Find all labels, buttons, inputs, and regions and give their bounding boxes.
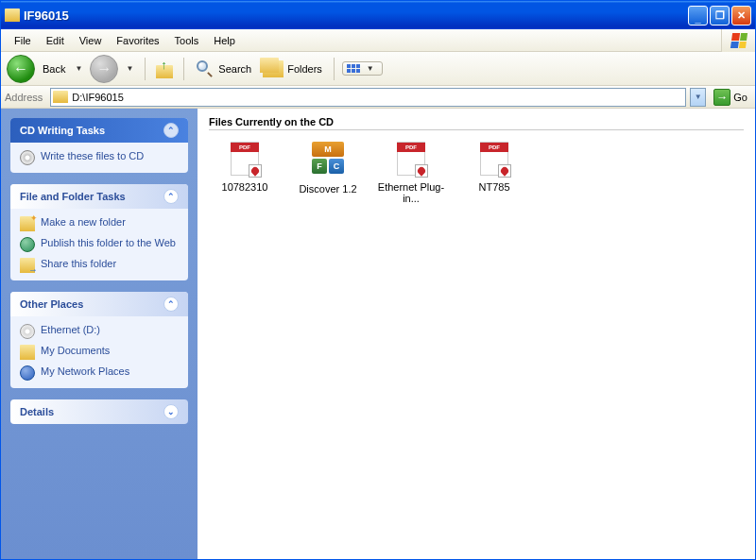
file-label: Ethernet Plug-in... [375, 181, 447, 204]
back-dropdown[interactable]: ▼ [71, 64, 86, 73]
menu-tools[interactable]: Tools [167, 33, 207, 48]
place-label: My Documents [41, 345, 110, 357]
collapse-icon[interactable]: ⌃ [163, 189, 179, 204]
menu-view[interactable]: View [72, 33, 110, 48]
menu-help[interactable]: Help [206, 33, 243, 48]
folder-icon [20, 345, 35, 360]
panel-body: Write these files to CD [10, 143, 188, 173]
sidebar: CD Writing Tasks ⌃ Write these files to … [1, 109, 198, 559]
task-share-folder[interactable]: Share this folder [20, 258, 179, 273]
separator [334, 58, 335, 80]
menubar: File Edit View Favorites Tools Help [1, 29, 755, 52]
windows-flag-icon [721, 29, 755, 52]
collapse-icon[interactable]: ⌃ [163, 297, 179, 312]
file-view[interactable]: Files Currently on the CD PDF 10782310 M… [198, 109, 755, 559]
network-icon [20, 365, 35, 381]
window-title: IF96015 [24, 8, 688, 23]
folder-icon [5, 8, 20, 22]
menu-file[interactable]: File [7, 33, 39, 48]
file-label: NT785 [458, 181, 530, 193]
task-label: Make a new folder [41, 216, 126, 229]
folders-button[interactable]: Folders [259, 59, 326, 79]
back-button[interactable]: ← [7, 55, 35, 83]
cd-icon [20, 150, 35, 165]
address-dropdown[interactable]: ▼ [690, 88, 706, 107]
panel-other-places: Other Places ⌃ Ethernet (D:) My Document… [10, 292, 188, 388]
pdf-icon: PDF [226, 140, 264, 178]
panel-header-details[interactable]: Details ⌄ [10, 399, 188, 424]
views-dropdown: ▼ [363, 64, 378, 73]
panel-title: File and Folder Tasks [20, 191, 126, 202]
panel-header-cd-tasks[interactable]: CD Writing Tasks ⌃ [10, 118, 188, 143]
explorer-window: IF96015 _ ❐ ✕ File Edit View Favorites T… [0, 0, 756, 560]
place-label: Ethernet (D:) [41, 324, 100, 336]
task-label: Share this folder [41, 258, 116, 270]
go-label: Go [733, 92, 747, 103]
panel-body: Make a new folder Publish this folder to… [10, 209, 188, 280]
address-label: Address [5, 92, 43, 103]
task-label: Publish this folder to the Web [41, 237, 176, 249]
forward-dropdown[interactable]: ▼ [122, 64, 137, 73]
go-button[interactable]: → Go [710, 89, 751, 106]
file-item[interactable]: PDF 10782310 [209, 140, 281, 204]
search-button[interactable]: Search [192, 58, 255, 80]
address-path: D:\IF96015 [72, 92, 123, 103]
file-label: 10782310 [209, 181, 281, 193]
file-item[interactable]: MFC Discover 1.2 [292, 140, 364, 204]
file-label: Discover 1.2 [292, 183, 364, 195]
views-icon [347, 64, 360, 73]
toolbar: ← Back ▼ → ▼ ↑ Search Folders ▼ [1, 52, 755, 86]
task-new-folder[interactable]: Make a new folder [20, 216, 179, 231]
search-label: Search [218, 63, 251, 75]
close-button[interactable]: ✕ [731, 6, 751, 25]
folders-label: Folders [287, 63, 322, 75]
panel-header-file-tasks[interactable]: File and Folder Tasks ⌃ [10, 184, 188, 209]
panel-cd-tasks: CD Writing Tasks ⌃ Write these files to … [10, 118, 188, 173]
place-ethernet-d[interactable]: Ethernet (D:) [20, 324, 179, 339]
expand-icon[interactable]: ⌄ [163, 404, 179, 419]
panel-body: Ethernet (D:) My Documents My Network Pl… [10, 316, 188, 388]
views-button[interactable]: ▼ [342, 61, 383, 76]
forward-button[interactable]: → [90, 55, 118, 83]
drive-icon [20, 324, 35, 339]
panel-details: Details ⌄ [10, 399, 188, 424]
panel-file-tasks: File and Folder Tasks ⌃ Make a new folde… [10, 184, 188, 280]
globe-icon [20, 237, 35, 252]
separator [145, 58, 146, 80]
address-input[interactable]: D:\IF96015 [50, 88, 686, 107]
share-icon [20, 258, 35, 273]
panel-title: CD Writing Tasks [20, 125, 105, 136]
pdf-icon: PDF [475, 140, 513, 178]
task-write-cd[interactable]: Write these files to CD [20, 150, 179, 165]
place-my-documents[interactable]: My Documents [20, 345, 179, 360]
minimize-button[interactable]: _ [688, 6, 708, 25]
task-publish-web[interactable]: Publish this folder to the Web [20, 237, 179, 252]
file-grid: PDF 10782310 MFC Discover 1.2 PDF Ethern… [209, 140, 744, 204]
pdf-icon: PDF [392, 140, 430, 178]
task-label: Write these files to CD [41, 150, 144, 162]
place-network-places[interactable]: My Network Places [20, 365, 179, 381]
back-label[interactable]: Back [43, 63, 65, 75]
maximize-button[interactable]: ❐ [710, 6, 730, 25]
folder-icon [53, 91, 68, 103]
titlebar[interactable]: IF96015 _ ❐ ✕ [1, 1, 755, 29]
search-icon [196, 59, 215, 78]
panel-title: Details [20, 406, 54, 417]
go-icon: → [713, 89, 730, 106]
panel-title: Other Places [20, 298, 83, 310]
window-controls: _ ❐ ✕ [688, 6, 751, 25]
addressbar: Address D:\IF96015 ▼ → Go [1, 86, 755, 109]
collapse-icon[interactable]: ⌃ [163, 123, 179, 138]
new-folder-icon [20, 216, 35, 231]
file-item[interactable]: PDF NT785 [458, 140, 530, 204]
file-item[interactable]: PDF Ethernet Plug-in... [375, 140, 447, 204]
up-button[interactable]: ↑ [153, 58, 176, 80]
content-area: CD Writing Tasks ⌃ Write these files to … [1, 109, 755, 559]
menu-edit[interactable]: Edit [39, 33, 72, 48]
separator [183, 58, 184, 80]
menu-favorites[interactable]: Favorites [109, 33, 166, 48]
panel-header-other-places[interactable]: Other Places ⌃ [10, 292, 188, 316]
folders-icon [263, 60, 284, 77]
place-label: My Network Places [41, 365, 129, 378]
app-icon: MFC [309, 142, 347, 179]
